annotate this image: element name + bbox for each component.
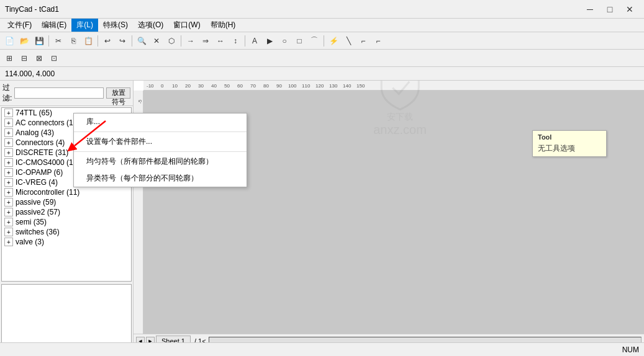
- line-button[interactable]: ╲: [342, 34, 355, 48]
- tree-item-micro[interactable]: + Microcontroller (11): [2, 187, 131, 197]
- svg-text:120: 120: [315, 83, 324, 89]
- filter-input[interactable]: [14, 87, 104, 99]
- menu-window[interactable]: 窗口(W): [168, 19, 205, 32]
- tree-label-ic-cmos: IC-CMOS4000 (11): [16, 158, 79, 167]
- menu-file[interactable]: 文件(F): [2, 19, 37, 32]
- text-button[interactable]: A: [248, 34, 261, 48]
- arrow3-button[interactable]: ▶: [263, 34, 276, 48]
- main-area: 过滤: 放置符号 + 74TTL (65) + AC connectors (1…: [0, 81, 644, 347]
- coord-bar: 114.000 , 4.000: [0, 67, 644, 81]
- tree-label-valve: valve (3): [16, 238, 44, 246]
- expand-icon-analog[interactable]: +: [4, 128, 13, 137]
- tree-label-semi: semi (35): [16, 218, 47, 226]
- coord-x: 114.000: [5, 69, 32, 78]
- tb2-btn1[interactable]: ⊞: [2, 51, 16, 65]
- title-bar: TinyCad - tCad1 ─ □ ✕: [0, 0, 644, 19]
- dropdown-sep-2: [74, 151, 247, 152]
- power-button[interactable]: ⚡: [327, 34, 340, 48]
- filter-bar: 过滤: 放置符号: [0, 81, 133, 106]
- tree-item-passive2[interactable]: + passive2 (57): [2, 207, 131, 217]
- svg-text:30: 30: [198, 83, 204, 89]
- expand-icon-switches[interactable]: +: [4, 228, 13, 236]
- coord-y: 4.000: [36, 69, 55, 78]
- maximize-button[interactable]: □: [601, 2, 619, 16]
- num-indicator: NUM: [622, 345, 639, 354]
- close-button[interactable]: ✕: [620, 2, 639, 16]
- expand-icon-ic-vreg[interactable]: +: [4, 178, 13, 187]
- svg-text:40: 40: [211, 83, 217, 89]
- svg-text:70: 70: [250, 83, 256, 89]
- menu-special[interactable]: 特殊(S): [98, 19, 133, 32]
- tool-tooltip-content: 无工具选项: [538, 143, 601, 154]
- new-button[interactable]: 📄: [2, 34, 16, 48]
- toolbar-sep-1: [48, 35, 49, 47]
- minimize-button[interactable]: ─: [581, 2, 599, 16]
- tree-item-passive[interactable]: + passive (59): [2, 197, 131, 207]
- arrow2-button[interactable]: ⇒: [199, 34, 212, 48]
- tree-label-micro: Microcontroller (11): [16, 188, 79, 197]
- circle-button[interactable]: ○: [278, 34, 291, 48]
- expand-icon-connectors[interactable]: +: [4, 138, 13, 147]
- select-button[interactable]: ⬡: [165, 34, 178, 48]
- svg-text:90: 90: [276, 83, 282, 89]
- expand-icon-micro[interactable]: +: [4, 188, 13, 197]
- undo-button[interactable]: ↩: [101, 34, 114, 48]
- elbow-button[interactable]: ⌐: [371, 34, 385, 48]
- expand-icon-ic-cmos[interactable]: +: [4, 158, 13, 167]
- menu-edit[interactable]: 编辑(E): [37, 19, 71, 32]
- coord-sep: ,: [32, 69, 36, 78]
- svg-text:-5: -5: [138, 100, 142, 104]
- expand-icon-passive2[interactable]: +: [4, 208, 13, 216]
- dropdown-item-uniform[interactable]: 均匀符号（所有部件都是相同的轮廓）: [74, 153, 247, 170]
- expand-icon-discrete[interactable]: +: [4, 148, 13, 157]
- save-button[interactable]: 💾: [32, 34, 46, 48]
- svg-text:60: 60: [237, 83, 243, 89]
- menu-help[interactable]: 帮助(H): [206, 19, 241, 32]
- filter-label: 过滤:: [2, 82, 12, 104]
- tb2-btn2[interactable]: ⊟: [17, 51, 31, 65]
- tb2-btn4[interactable]: ⊡: [47, 51, 61, 65]
- expand-icon-semi[interactable]: +: [4, 218, 13, 226]
- tree-label-ac: AC connectors (12): [16, 118, 79, 127]
- ruler-h-svg: -10 0 10 20 30 40 50 60 70 80 90 100 110…: [143, 81, 644, 91]
- svg-text:50: 50: [224, 83, 230, 89]
- menu-bar: 文件(F) 编辑(E) 库(L) 特殊(S) 选项(O) 窗口(W) 帮助(H): [0, 19, 644, 32]
- flip-h-button[interactable]: ↔: [214, 34, 227, 48]
- toolbar-secondary: ⊞ ⊟ ⊠ ⊡: [0, 50, 644, 67]
- tree-item-valve[interactable]: + valve (3): [2, 237, 131, 247]
- menu-library[interactable]: 库(L): [71, 19, 98, 32]
- expand-icon-ic-opamp[interactable]: +: [4, 168, 13, 177]
- arrow1-button[interactable]: →: [184, 34, 197, 48]
- tree-label-switches: switches (36): [16, 228, 60, 236]
- place-symbol-button[interactable]: 放置符号: [106, 87, 130, 99]
- tree-item-semi[interactable]: + semi (35): [2, 217, 131, 227]
- svg-text:130: 130: [329, 83, 338, 89]
- tree-label-ic-opamp: IC-OPAMP (6): [16, 168, 63, 177]
- flip-v-button[interactable]: ↕: [229, 34, 242, 48]
- ruler-horizontal: -10 0 10 20 30 40 50 60 70 80 90 100 110…: [143, 81, 644, 91]
- library-dropdown-menu[interactable]: 库... 设置每个套件部件... 均匀符号（所有部件都是相同的轮廓） 异类符号（…: [73, 113, 247, 187]
- dropdown-item-set-parts[interactable]: 设置每个套件部件...: [74, 133, 247, 150]
- menu-options[interactable]: 选项(O): [133, 19, 168, 32]
- tree-label-discrete: DISCRETE (31): [16, 148, 68, 157]
- paste-button[interactable]: 📋: [81, 34, 95, 48]
- watermark-chinese: 安下载: [373, 112, 427, 123]
- tree-item-switches[interactable]: + switches (36): [2, 227, 131, 237]
- cut-button[interactable]: ✂: [52, 34, 65, 48]
- expand-icon-valve[interactable]: +: [4, 238, 13, 246]
- rect-button[interactable]: □: [293, 34, 306, 48]
- dropdown-item-open-library[interactable]: 库...: [74, 113, 247, 130]
- arc-button[interactable]: ⌒: [307, 34, 321, 48]
- copy-button[interactable]: ⎘: [66, 34, 80, 48]
- open-button[interactable]: 📂: [17, 34, 31, 48]
- dropdown-item-hetero[interactable]: 异类符号（每个部分的不同轮廓）: [74, 170, 247, 187]
- zoom-button[interactable]: 🔍: [135, 34, 148, 48]
- expand-icon-ac[interactable]: +: [4, 118, 13, 127]
- expand-icon-passive[interactable]: +: [4, 198, 13, 207]
- wire-button[interactable]: ⌐: [356, 34, 370, 48]
- tb2-btn3[interactable]: ⊠: [32, 51, 46, 65]
- redo-button[interactable]: ↪: [116, 34, 129, 48]
- tool-tooltip: Tool 无工具选项: [532, 130, 607, 157]
- cancel-button[interactable]: ✕: [150, 34, 163, 48]
- expand-icon-74ttl[interactable]: +: [4, 109, 13, 117]
